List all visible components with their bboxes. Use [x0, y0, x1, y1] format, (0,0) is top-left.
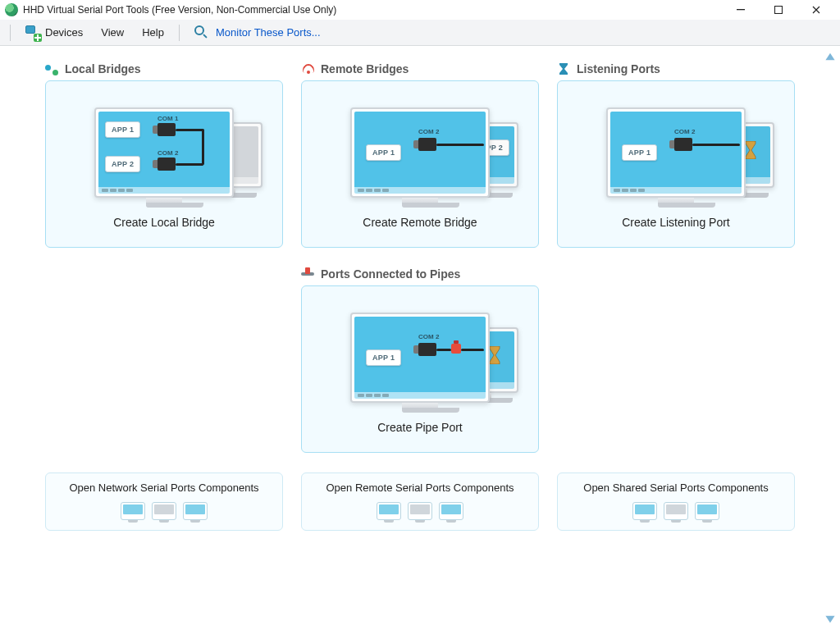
monitor-ports-link[interactable]: Monitor These Ports... — [186, 22, 329, 43]
app2-box: APP 2 — [105, 156, 140, 172]
view-menu[interactable]: View — [93, 23, 132, 42]
help-menu[interactable]: Help — [134, 23, 172, 42]
svg-rect-1 — [775, 7, 783, 14]
app1-box: APP 1 — [622, 144, 657, 161]
titlebar: HHD Virtual Serial Port Tools (Free Vers… — [0, 0, 840, 20]
devices-icon — [25, 25, 40, 40]
devices-menu[interactable]: Devices — [17, 22, 91, 43]
primary-monitor-illustration: APP 1 COM 2 — [350, 313, 490, 413]
create-listening-port-card[interactable]: APP 1 COM 2 Create Listening Port — [557, 80, 795, 248]
menubar: Devices View Help Monitor These Ports... — [0, 20, 840, 46]
app1-box: APP 1 — [366, 349, 401, 366]
app-icon — [5, 3, 18, 16]
open-shared-components-card[interactable]: Open Shared Serial Ports Components — [557, 472, 795, 531]
create-remote-bridge-card[interactable]: APP 2 APP 1 COM 2 — [301, 80, 539, 248]
serial-plug-icon — [674, 138, 692, 151]
open-network-components-card[interactable]: Open Network Serial Ports Components — [45, 472, 283, 531]
serial-plug-icon — [158, 158, 176, 171]
port-label-com2: COM 2 — [418, 333, 439, 340]
serial-plug-icon — [418, 343, 436, 356]
minimize-button[interactable] — [722, 0, 760, 20]
create-local-bridge-card[interactable]: APP 1 APP 2 COM 1 COM 2 — [45, 80, 283, 248]
search-icon — [194, 25, 209, 40]
hourglass-icon — [488, 346, 501, 364]
port-label-com2: COM 2 — [158, 149, 178, 157]
app1-box: APP 1 — [105, 121, 140, 138]
valve-icon — [451, 344, 461, 354]
listening-ports-title: Listening Ports — [577, 62, 660, 75]
spacer — [45, 267, 283, 453]
section-local-bridges: Local Bridges APP 1 APP 2 — [45, 62, 283, 248]
create-pipe-port-card[interactable]: APP 1 COM 2 C — [301, 285, 539, 453]
primary-monitor-illustration: APP 1 COM 2 — [606, 107, 746, 208]
devices-menu-label: Devices — [45, 26, 83, 39]
bridge-icon — [45, 62, 58, 75]
primary-monitor-illustration: APP 1 COM 2 — [350, 107, 490, 208]
open-remote-components-card[interactable]: Open Remote Serial Ports Components — [301, 472, 539, 531]
section-pipes: Ports Connected to Pipes — [301, 267, 539, 453]
serial-plug-icon — [418, 138, 436, 151]
create-remote-bridge-label: Create Remote Bridge — [359, 208, 480, 240]
port-label-com1: COM 1 — [158, 115, 178, 122]
port-label-com2: COM 2 — [674, 128, 695, 135]
content-area: Local Bridges APP 1 APP 2 — [0, 46, 840, 630]
section-listening-ports: Listening Ports — [557, 62, 795, 248]
mini-icons — [377, 502, 463, 520]
local-bridges-title: Local Bridges — [65, 62, 141, 75]
mini-icons — [632, 502, 719, 520]
mini-icons — [121, 502, 208, 520]
open-remote-components-label: Open Remote Serial Ports Components — [326, 482, 514, 494]
pipes-title: Ports Connected to Pipes — [321, 267, 460, 281]
svg-rect-0 — [737, 9, 745, 10]
create-pipe-port-label: Create Pipe Port — [374, 413, 466, 445]
open-shared-components-label: Open Shared Serial Ports Components — [583, 482, 768, 494]
open-network-components-label: Open Network Serial Ports Components — [69, 482, 258, 494]
app1-box: APP 1 — [366, 144, 401, 161]
remote-bridges-title: Remote Bridges — [321, 62, 409, 75]
hourglass-icon — [557, 62, 570, 75]
create-local-bridge-label: Create Local Bridge — [110, 208, 218, 240]
primary-monitor-illustration: APP 1 APP 2 COM 1 COM 2 — [94, 107, 234, 208]
window-title: HHD Virtual Serial Port Tools (Free Vers… — [23, 4, 336, 16]
close-button[interactable] — [797, 0, 835, 20]
maximize-button[interactable] — [760, 0, 797, 20]
create-listening-port-label: Create Listening Port — [619, 208, 733, 240]
wifi-icon — [301, 62, 314, 75]
port-label-com2: COM 2 — [418, 128, 439, 135]
monitor-ports-label: Monitor These Ports... — [216, 26, 321, 39]
serial-plug-icon — [158, 123, 176, 136]
spacer — [557, 267, 795, 453]
pipe-icon — [301, 267, 314, 281]
hourglass-icon — [744, 141, 757, 159]
section-remote-bridges: Remote Bridges APP 2 — [301, 62, 539, 248]
